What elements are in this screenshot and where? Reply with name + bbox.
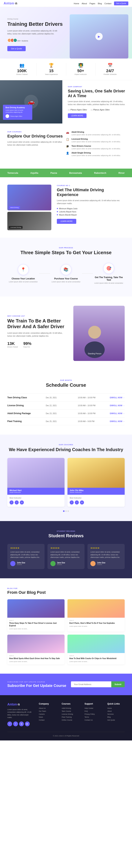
brands-section: Temecula Aquilla Pazza Beneamata Rabente…	[0, 168, 132, 177]
blog-row-2: June 6 How Blind Spots Affect Each Drive…	[7, 634, 125, 664]
footer-item-about[interactable]: About Us	[39, 707, 56, 709]
stat-schedule: 📅 24/7 Flexible Schedule	[95, 63, 125, 75]
footer-item-team[interactable]: Our Team	[39, 710, 56, 712]
footer-item-help[interactable]: Help Center	[85, 707, 102, 709]
whyus-description: Lorem ipsum dolor sit amet, consectetur …	[7, 332, 66, 338]
newsletter-submit-button[interactable]: Submit	[111, 681, 125, 687]
footer-item-contact[interactable]: Contact	[39, 719, 56, 721]
about-author-avatar	[5, 114, 9, 118]
coach-social-tw-1[interactable]: t	[15, 500, 19, 504]
stat-label-4: Flexible Schedule	[95, 73, 125, 75]
play-button[interactable]: ▶	[95, 33, 103, 40]
review-author-3: John Doe Student	[90, 561, 122, 566]
coach-dot-3[interactable]	[68, 510, 69, 512]
licensed-driving-title: Licensed Driving	[72, 138, 121, 140]
footer-item-online[interactable]: Online Course	[61, 719, 79, 721]
footer-item-news[interactable]: News	[39, 716, 56, 718]
schedule-enroll-3[interactable]: ENROLL NOW →	[110, 412, 125, 414]
adult-driving-title: Adult Driving	[72, 131, 121, 133]
coach-social-in-1[interactable]: in	[20, 500, 24, 504]
coach-info-2: Best Instructor f t in	[68, 495, 125, 507]
reviews-header: Student Reviews Student Reviews	[7, 530, 125, 538]
newsletter-text: Subscribe For Get Update Course Subscrib…	[7, 681, 66, 688]
experience-tag: Course No 1	[57, 185, 125, 186]
about-image: 🚗 Best Driving Academy Lorem ipsum dolor…	[0, 80, 62, 124]
about-overlay-author: Planus Agno Sttev	[5, 114, 30, 118]
footer-item-blog-link[interactable]: Blog	[107, 716, 125, 718]
courses-tag: Our Courses	[7, 131, 66, 133]
stat-experience: 🏆 15 Years Experience	[37, 63, 66, 75]
whyus-person-svg: Standing Person	[76, 321, 113, 358]
experience-title: Get The Ultimate Driving Experience	[57, 188, 125, 197]
review-stars-1: ★★★★★	[10, 547, 42, 549]
experience-image-small: Licensed Driving	[7, 212, 51, 230]
nav-about[interactable]: About	[82, 2, 87, 5]
stat-number-2: 15	[37, 68, 66, 73]
coach-social-fb-2[interactable]: f	[70, 500, 74, 504]
blog-tag: Blog For	[7, 588, 125, 589]
experience-cta-button[interactable]: LEARN MORE	[57, 219, 76, 224]
nav-contact[interactable]: Contact	[104, 2, 112, 5]
footer-item-adult[interactable]: Adult Driving	[61, 707, 79, 709]
blog-meta-4: June 8	[69, 655, 123, 656]
footer-item-faq[interactable]: FAQ	[85, 710, 102, 712]
schedule-enroll-1[interactable]: ENROLL NOW →	[110, 397, 125, 399]
footer-item-terms[interactable]: Terms	[85, 716, 102, 718]
blog-post-title-3: How Blind Spots Affect Each Driver And H…	[9, 657, 63, 660]
experience-gallery: Adult Driving Licensed Driving	[7, 185, 51, 230]
footer-item-license[interactable]: License Driving	[61, 713, 79, 715]
schedule-header: Our Month Schedulle Course	[7, 379, 125, 388]
footer-logo: Anton·n	[7, 703, 33, 706]
footer-item-teen[interactable]: Teen Course	[61, 710, 79, 712]
newsletter-email-input[interactable]	[71, 681, 111, 687]
schedule-time-4: 10:00 AM – 9:00 PM	[78, 421, 110, 423]
step-1-icon: 📍	[18, 264, 29, 275]
review-card-1: ★★★★★ Lorem ipsum dolor sit amet, consec…	[7, 544, 45, 569]
reviews-row: ★★★★★ Lorem ipsum dolor sit amet, consec…	[7, 544, 125, 569]
coach-social-in-2[interactable]: in	[80, 500, 84, 504]
footer-item-about-link[interactable]: About	[107, 710, 125, 712]
brand-6: Rinor	[119, 172, 125, 174]
step-3-title: Get The Training, Take The Test	[93, 276, 125, 281]
footer-social-yt[interactable]: ▶	[25, 721, 30, 726]
about-tag: Our Company	[68, 86, 127, 88]
coach-dot-1[interactable]	[63, 510, 64, 512]
schedule-enroll-4[interactable]: ENROLL NOW →	[110, 421, 125, 423]
footer-item-fleet[interactable]: Fleet Training	[61, 716, 79, 718]
footer-social-fb[interactable]: f	[7, 721, 12, 726]
signature-1: — Planus Agno Sttev	[68, 108, 87, 111]
coach-social-fb-1[interactable]: f	[9, 500, 13, 504]
footer-item-careers[interactable]: Careers	[39, 713, 56, 715]
nav-blog[interactable]: Blog	[98, 2, 102, 5]
nav-pages[interactable]: Pages	[89, 2, 95, 5]
coach-carousel-dots	[7, 510, 125, 512]
coach-dot-2[interactable]	[65, 510, 67, 512]
footer-item-privacy[interactable]: Privacy Policy	[85, 713, 102, 715]
blog-post-desc-3: Lorem ipsum dolor sit amet...	[9, 660, 63, 662]
coach-social-tw-2[interactable]: t	[75, 500, 79, 504]
about-overlay-text: Lorem ipsum dolor sit amet consectetur a…	[5, 109, 30, 113]
about-learn-more-button[interactable]: LEARN MORE	[68, 113, 87, 118]
schedule-row-3: Adult Driving Package Dec 23, 2021 10:00…	[7, 409, 125, 417]
feature-dot-2	[57, 211, 58, 212]
footer-item-contactus[interactable]: Contact Us	[85, 719, 102, 721]
hero-cta-button[interactable]: Get a Quote	[7, 46, 26, 51]
footer-social-tw[interactable]: t	[13, 721, 18, 726]
schedule-enroll-2[interactable]: ENROLL NOW →	[110, 405, 125, 407]
footer-social-ig[interactable]: ig	[19, 721, 24, 726]
review-text-3: Lorem ipsum dolor sit amet, consectetur …	[90, 551, 122, 559]
review-author-1: John Doe Student	[10, 561, 42, 566]
footer-item-getquote[interactable]: Get Quote	[107, 719, 125, 721]
footer-brand-description: Lorem ipsum dolor sit amet, consectetur …	[7, 708, 33, 719]
stat-label-3: Expert Instructor	[66, 73, 95, 75]
adult-single-title: Adult Single Driving	[72, 152, 121, 154]
about-section: 🚗 Best Driving Academy Lorem ipsum dolor…	[0, 80, 132, 124]
footer-item-home[interactable]: Home	[107, 707, 125, 709]
nav-home[interactable]: Home	[74, 2, 79, 5]
stat-number-1: 100K	[7, 68, 37, 73]
schedule-time-2: 10:00 AM – 10:00 PM	[78, 405, 110, 407]
nav-cta-button[interactable]: Get a Quote	[114, 1, 128, 5]
whyus-tag: Why Choose Us?	[7, 315, 66, 317]
blog-content-1: June 2 Three Easy Steps To Take If Your …	[7, 618, 64, 632]
footer-item-services[interactable]: Services	[107, 713, 125, 715]
